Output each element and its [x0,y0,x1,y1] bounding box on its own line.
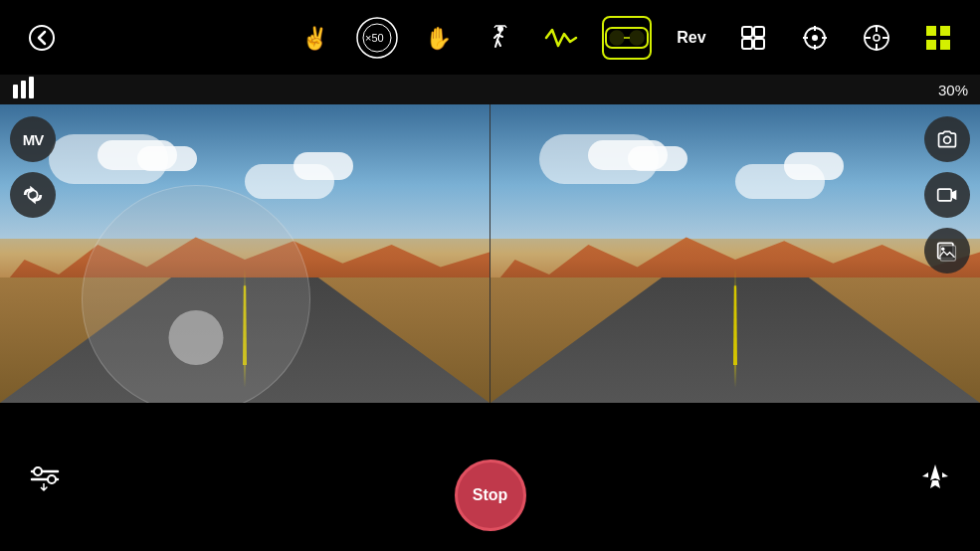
vr-goggles-icon[interactable] [602,16,652,60]
photo-capture-button[interactable] [924,116,970,162]
mv-button[interactable]: MV [10,116,56,162]
svg-point-17 [630,31,644,45]
svg-text:✋: ✋ [425,25,453,52]
clouds-right [490,128,980,248]
svg-point-0 [30,26,54,50]
svg-rect-38 [940,40,950,50]
waveform-icon[interactable] [540,16,584,60]
svg-text:✌: ✌ [301,25,329,52]
camera-view-right [490,104,980,403]
zoom-button[interactable]: ×50 [355,16,399,60]
svg-line-10 [505,26,506,28]
svg-point-52 [48,475,56,483]
rotate-icon[interactable] [731,16,775,60]
zoom-percentage: 30% [938,82,968,98]
airplane-button[interactable] [920,462,950,492]
album-button[interactable] [924,228,970,274]
left-sidebar: MV [10,104,56,403]
percentage-bar: 30% [0,75,980,104]
halt-hand-icon[interactable]: ✋ [417,16,461,60]
svg-rect-44 [938,189,952,201]
svg-point-43 [944,136,951,143]
svg-point-34 [874,35,880,41]
camera-switch-button[interactable] [10,172,56,218]
svg-rect-39 [13,85,18,98]
stop-button[interactable]: Stop [455,459,526,531]
aim-icon[interactable] [855,16,898,60]
back-button[interactable] [20,16,64,60]
right-sidebar [924,104,970,403]
svg-rect-35 [926,26,936,36]
svg-rect-19 [742,27,752,37]
svg-rect-40 [21,81,26,98]
svg-rect-20 [754,27,764,37]
svg-point-16 [610,31,624,45]
joystick-overlay[interactable] [82,185,310,403]
svg-rect-22 [754,39,764,49]
top-toolbar: ✌ ×50 ✋ [0,0,980,75]
joystick-thumb[interactable] [168,310,223,365]
camera-area: MV [0,104,980,403]
peace-gesture-icon[interactable]: ✌ [294,16,337,60]
walk-person-icon[interactable] [479,16,522,60]
svg-point-24 [812,35,818,41]
bottom-toolbar: Stop [0,403,980,551]
svg-rect-21 [742,39,752,49]
svg-rect-37 [926,40,936,50]
svg-point-42 [28,190,37,199]
crosshair-icon[interactable] [793,16,837,60]
svg-rect-36 [940,26,950,36]
grid-icon[interactable] [916,16,960,60]
svg-text:×50: ×50 [365,32,384,44]
svg-point-51 [34,467,42,475]
svg-point-48 [941,248,944,251]
svg-line-9 [494,26,495,28]
rev-button[interactable]: Rev [670,16,713,60]
settings-sliders-button[interactable] [30,463,60,491]
svg-rect-41 [29,77,34,98]
svg-line-14 [497,40,500,46]
camera-view-left [0,104,490,403]
chart-icon[interactable] [12,77,36,103]
toolbar-center-group: ✌ ×50 ✋ [294,16,960,60]
video-record-button[interactable] [924,172,970,218]
